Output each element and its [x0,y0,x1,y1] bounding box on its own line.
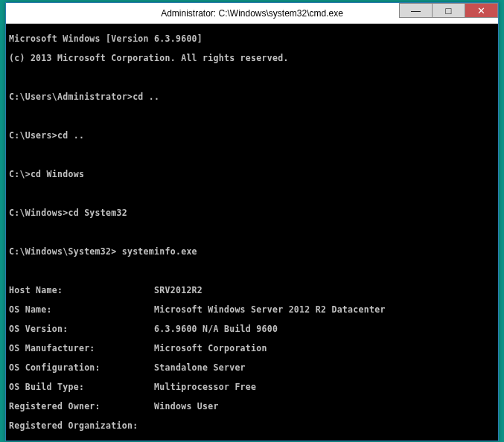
info-row: OS Manufacturer: Microsoft Corporation [9,344,495,353]
window-controls: — □ ✕ [400,3,498,18]
prompt-line: C:\Windows>cd System32 [9,208,495,218]
info-row: Registered Owner: Windows User [9,402,495,411]
prompt-line: C:\Users>cd .. [9,131,495,141]
blank-line [9,266,495,276]
info-row: OS Configuration: Standalone Server [9,363,495,373]
close-button[interactable]: ✕ [465,3,498,18]
prompt-line: C:\>cd Windows [9,170,495,179]
info-row: OS Name: Microsoft Windows Server 2012 R… [9,305,495,315]
info-row: OS Build Type: Multiprocessor Free [9,382,495,392]
blank-line [9,150,495,160]
cmd-window: Administrator: C:\Windows\system32\cmd.e… [5,2,499,441]
blank-line [9,73,495,83]
info-row: OS Version: 6.3.9600 N/A Build 9600 [9,324,495,334]
minimize-button[interactable]: — [399,3,433,18]
blank-line [9,228,495,237]
prompt-line: C:\Windows\System32> systeminfo.exe [9,247,495,257]
maximize-button[interactable]: □ [432,3,465,18]
blank-line [9,112,495,121]
blank-line [9,189,495,199]
terminal-output[interactable]: Microsoft Windows [Version 6.3.9600] (c)… [6,24,498,441]
prompt-line: C:\Users\Administrator>cd .. [9,92,495,102]
info-row: Registered Organization: [9,421,495,431]
header-line: (c) 2013 Microsoft Corporation. All righ… [9,54,495,63]
header-line: Microsoft Windows [Version 6.3.9600] [9,34,495,44]
info-row: Host Name: SRV2012R2 [9,286,495,295]
titlebar[interactable]: Administrator: C:\Windows\system32\cmd.e… [6,3,498,24]
